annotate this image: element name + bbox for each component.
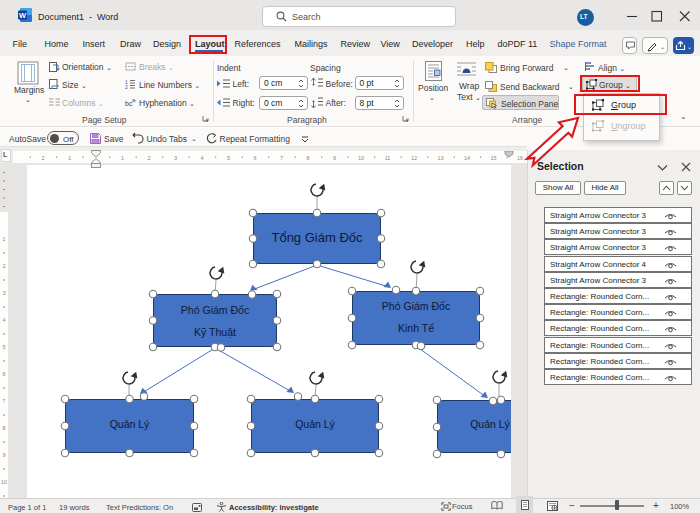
svg-text:9: 9 [333,155,336,161]
svg-text:2: 2 [125,84,128,89]
svg-text:10: 10 [358,155,364,161]
svg-text:5: 5 [227,155,230,161]
svg-text:a-: a- [132,98,136,103]
svg-text:12: 12 [411,155,417,161]
svg-text:4: 4 [200,155,203,161]
svg-text:6: 6 [253,155,256,161]
svg-text:11: 11 [385,155,391,161]
svg-text:14: 14 [464,155,470,161]
svg-text:2: 2 [147,155,150,161]
svg-text:13: 13 [437,155,443,161]
svg-text:8: 8 [306,155,309,161]
svg-text:15: 15 [490,155,496,161]
svg-text:7: 7 [280,155,283,161]
svg-text:1: 1 [121,155,124,161]
svg-text:W: W [19,11,27,20]
svg-text:1: 1 [68,155,71,161]
svg-text:3: 3 [174,155,177,161]
svg-text:2: 2 [41,155,44,161]
